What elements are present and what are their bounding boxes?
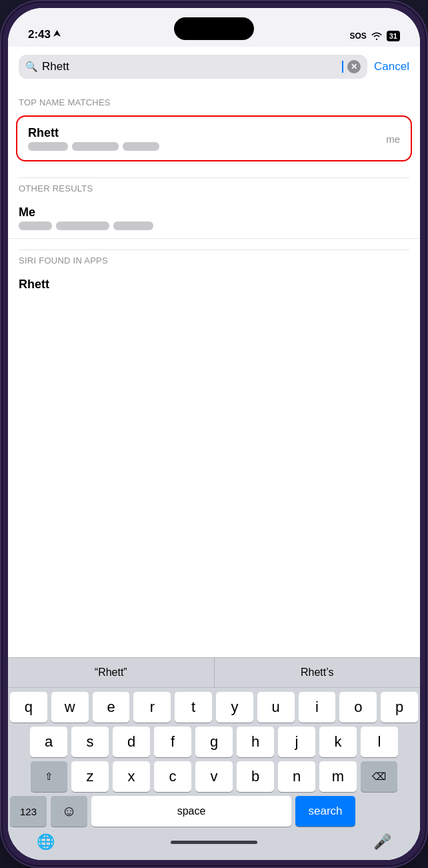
results-area: TOP NAME MATCHES Rhett me OTHER RESULTS …	[8, 84, 420, 657]
other-result-item-0[interactable]: Me	[8, 197, 420, 239]
key-z[interactable]: z	[71, 761, 109, 792]
key-q[interactable]: q	[10, 692, 47, 723]
key-i[interactable]: i	[299, 692, 336, 723]
cancel-button[interactable]: Cancel	[374, 60, 409, 73]
key-f[interactable]: f	[154, 727, 191, 757]
section-header-siri-found: SIRI FOUND IN APPS	[8, 250, 420, 270]
key-n[interactable]: n	[278, 761, 315, 792]
blurred-detail-2	[72, 142, 119, 151]
time-display: 2:43	[28, 28, 51, 41]
key-row-3: ⇧ z x c v b n m ⌫	[10, 761, 418, 792]
key-p[interactable]: p	[381, 692, 418, 723]
status-icons: SOS 31	[349, 31, 400, 41]
key-v[interactable]: v	[195, 761, 233, 792]
autocomplete-item-0[interactable]: “Rhett”	[8, 658, 215, 687]
other-result-name-0: Me	[19, 205, 409, 220]
content-area: 🔍 Rhett ✕ Cancel TOP NAME MATCHES Rhett	[8, 47, 420, 860]
mic-icon[interactable]: 🎤	[373, 833, 391, 851]
key-a[interactable]: a	[30, 727, 67, 757]
key-h[interactable]: h	[237, 727, 274, 757]
key-r[interactable]: r	[133, 692, 171, 723]
globe-icon[interactable]: 🌐	[37, 833, 55, 851]
blurred-other-1	[19, 222, 52, 230]
blurred-other-3	[113, 222, 153, 230]
key-emoji[interactable]: ☺	[51, 796, 87, 827]
dynamic-island	[174, 17, 254, 40]
status-time: 2:43	[28, 28, 61, 41]
blurred-other-2	[56, 222, 109, 230]
search-clear-button[interactable]: ✕	[347, 60, 361, 73]
blurred-detail-1	[28, 142, 68, 151]
search-icon: 🔍	[25, 61, 38, 73]
key-search[interactable]: search	[295, 796, 355, 827]
key-row-bottom: 123 ☺ space search	[10, 796, 418, 827]
key-x[interactable]: x	[113, 761, 150, 792]
search-input-wrapper[interactable]: 🔍 Rhett ✕	[19, 55, 367, 79]
top-match-name: Rhett	[28, 126, 400, 140]
key-b[interactable]: b	[237, 761, 274, 792]
home-indicator-spacer	[55, 841, 373, 844]
siri-result-name-0: Rhett	[19, 278, 409, 292]
bottom-nav-row: 🌐 🎤	[10, 829, 418, 857]
blurred-detail-3	[123, 142, 159, 151]
key-w[interactable]: w	[51, 692, 89, 723]
autocomplete-item-1[interactable]: Rhett’s	[215, 658, 421, 687]
key-s[interactable]: s	[71, 727, 109, 757]
siri-result-item-0[interactable]: Rhett	[8, 270, 420, 302]
key-c[interactable]: c	[154, 761, 191, 792]
home-bar	[171, 841, 257, 844]
screen: 2:43 SOS 31 �	[8, 8, 420, 860]
key-j[interactable]: j	[278, 727, 315, 757]
battery-level: 31	[389, 32, 397, 40]
other-result-detail-0	[19, 222, 409, 230]
me-label: me	[386, 133, 400, 144]
top-match-detail	[28, 142, 400, 151]
search-bar-row: 🔍 Rhett ✕ Cancel	[8, 47, 420, 84]
key-backspace[interactable]: ⌫	[361, 761, 397, 792]
autocomplete-bar: “Rhett” Rhett’s	[8, 657, 420, 688]
top-match-item[interactable]: Rhett me	[16, 115, 412, 161]
sos-badge: SOS	[349, 31, 366, 41]
location-icon	[53, 30, 61, 39]
key-y[interactable]: y	[216, 692, 253, 723]
section-header-other-results: OTHER RESULTS	[8, 178, 420, 197]
key-d[interactable]: d	[113, 727, 150, 757]
keyboard: q w e r t y u i o p a s d f g	[8, 688, 420, 860]
clear-icon: ✕	[351, 63, 357, 71]
wifi-icon	[371, 31, 383, 41]
phone-shell: 2:43 SOS 31 �	[0, 0, 428, 868]
key-u[interactable]: u	[257, 692, 295, 723]
key-row-2: a s d f g h j k l	[10, 727, 418, 757]
key-123[interactable]: 123	[10, 796, 47, 827]
key-t[interactable]: t	[175, 692, 212, 723]
key-g[interactable]: g	[195, 727, 233, 757]
key-l[interactable]: l	[361, 727, 398, 757]
key-m[interactable]: m	[319, 761, 357, 792]
key-space[interactable]: space	[91, 796, 291, 827]
search-input[interactable]: Rhett	[42, 60, 337, 73]
key-k[interactable]: k	[319, 727, 357, 757]
key-row-1: q w e r t y u i o p	[10, 692, 418, 723]
battery-indicator: 31	[387, 31, 400, 41]
key-o[interactable]: o	[339, 692, 377, 723]
key-shift[interactable]: ⇧	[31, 761, 67, 792]
key-e[interactable]: e	[93, 692, 130, 723]
text-cursor	[342, 61, 343, 73]
section-header-top-matches: TOP NAME MATCHES	[8, 92, 420, 111]
